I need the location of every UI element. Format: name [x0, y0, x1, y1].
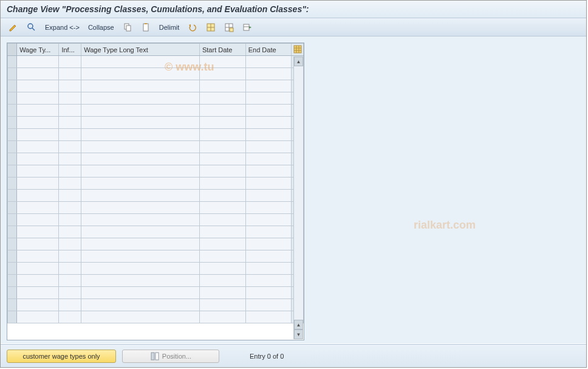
cell-start-date[interactable]	[199, 275, 245, 287]
cell-start-date[interactable]	[199, 153, 245, 165]
cell-start-date[interactable]	[199, 263, 245, 275]
cell-end-date[interactable]	[245, 153, 292, 165]
undo-button[interactable]	[185, 21, 200, 33]
cell-start-date[interactable]	[199, 105, 245, 117]
details-button[interactable]	[24, 21, 39, 33]
cell-inf[interactable]	[59, 311, 81, 323]
cell-start-date[interactable]	[199, 311, 245, 323]
cell-wage-type-long[interactable]	[81, 117, 200, 129]
table-row[interactable]	[8, 165, 304, 178]
cell-wage-type[interactable]	[17, 117, 59, 129]
cell-end-date[interactable]	[245, 311, 292, 323]
table-row[interactable]	[8, 117, 304, 129]
cell-wage-type-long[interactable]	[81, 178, 200, 190]
table-row[interactable]	[8, 263, 304, 275]
row-selector[interactable]	[8, 214, 17, 226]
cell-inf[interactable]	[59, 250, 81, 263]
cell-wage-type-long[interactable]	[81, 299, 200, 311]
cell-start-date[interactable]	[199, 190, 245, 202]
cell-wage-type-long[interactable]	[81, 226, 200, 238]
cell-wage-type[interactable]	[17, 250, 59, 263]
table-row[interactable]	[8, 129, 304, 141]
cell-start-date[interactable]	[199, 238, 245, 250]
cell-inf[interactable]	[59, 287, 81, 299]
cell-wage-type[interactable]	[17, 226, 59, 238]
col-wage-type[interactable]: Wage Ty...	[17, 44, 59, 56]
cell-wage-type-long[interactable]	[81, 165, 200, 178]
cell-wage-type[interactable]	[17, 105, 59, 117]
row-selector[interactable]	[8, 80, 17, 92]
cell-inf[interactable]	[59, 263, 81, 275]
cell-wage-type-long[interactable]	[81, 153, 200, 165]
cell-end-date[interactable]	[245, 178, 292, 190]
cell-wage-type-long[interactable]	[81, 214, 200, 226]
paste-button[interactable]	[138, 21, 154, 33]
table-row[interactable]	[8, 238, 304, 250]
cell-start-date[interactable]	[199, 56, 245, 68]
row-selector[interactable]	[8, 92, 17, 105]
col-inf[interactable]: Inf...	[59, 44, 81, 56]
col-end-date[interactable]: End Date	[245, 44, 292, 56]
table-config-button[interactable]	[292, 44, 304, 56]
row-selector[interactable]	[8, 299, 17, 311]
cell-start-date[interactable]	[199, 202, 245, 214]
row-selector[interactable]	[8, 117, 17, 129]
select-all-button[interactable]	[203, 21, 219, 33]
cell-wage-type-long[interactable]	[81, 275, 200, 287]
scroll-track[interactable]	[294, 66, 303, 320]
col-wage-type-long[interactable]: Wage Type Long Text	[81, 44, 200, 56]
expand-button[interactable]: Expand <->	[42, 21, 83, 33]
cell-wage-type[interactable]	[17, 287, 59, 299]
cell-wage-type[interactable]	[17, 68, 59, 80]
cell-wage-type-long[interactable]	[81, 141, 200, 153]
table-row[interactable]	[8, 153, 304, 165]
row-selector[interactable]	[8, 311, 17, 323]
table-row[interactable]	[8, 311, 304, 323]
cell-end-date[interactable]	[245, 56, 292, 68]
customer-wage-types-button[interactable]: customer wage types only	[7, 350, 116, 363]
cell-inf[interactable]	[59, 214, 81, 226]
cell-wage-type-long[interactable]	[81, 68, 200, 80]
table-row[interactable]	[8, 178, 304, 190]
cell-inf[interactable]	[59, 165, 81, 178]
cell-wage-type-long[interactable]	[81, 129, 200, 141]
cell-start-date[interactable]	[199, 214, 245, 226]
table-row[interactable]	[8, 287, 304, 299]
cell-start-date[interactable]	[199, 68, 245, 80]
cell-end-date[interactable]	[245, 287, 292, 299]
cell-end-date[interactable]	[245, 202, 292, 214]
table-row[interactable]	[8, 141, 304, 153]
cell-wage-type[interactable]	[17, 311, 59, 323]
cell-wage-type[interactable]	[17, 141, 59, 153]
cell-inf[interactable]	[59, 105, 81, 117]
row-selector[interactable]	[8, 190, 17, 202]
cell-start-date[interactable]	[199, 299, 245, 311]
cell-inf[interactable]	[59, 275, 81, 287]
table-row[interactable]	[8, 202, 304, 214]
cell-start-date[interactable]	[199, 141, 245, 153]
cell-wage-type-long[interactable]	[81, 190, 200, 202]
col-start-date[interactable]: Start Date	[199, 44, 245, 56]
cell-wage-type[interactable]	[17, 275, 59, 287]
row-selector[interactable]	[8, 141, 17, 153]
cell-inf[interactable]	[59, 80, 81, 92]
cell-wage-type[interactable]	[17, 165, 59, 178]
row-selector[interactable]	[8, 56, 17, 68]
table-row[interactable]	[8, 299, 304, 311]
row-selector[interactable]	[8, 178, 17, 190]
cell-end-date[interactable]	[245, 275, 292, 287]
scroll-up-button[interactable]: ▲	[294, 57, 303, 66]
cell-wage-type-long[interactable]	[81, 311, 200, 323]
delimit-button[interactable]: Delimit	[156, 21, 183, 33]
cell-end-date[interactable]	[245, 214, 292, 226]
table-row[interactable]	[8, 92, 304, 105]
cell-wage-type[interactable]	[17, 80, 59, 92]
cell-wage-type[interactable]	[17, 263, 59, 275]
cell-inf[interactable]	[59, 153, 81, 165]
cell-inf[interactable]	[59, 117, 81, 129]
row-selector[interactable]	[8, 287, 17, 299]
cell-wage-type-long[interactable]	[81, 202, 200, 214]
cell-start-date[interactable]	[199, 250, 245, 263]
table-row[interactable]	[8, 226, 304, 238]
cell-start-date[interactable]	[199, 80, 245, 92]
